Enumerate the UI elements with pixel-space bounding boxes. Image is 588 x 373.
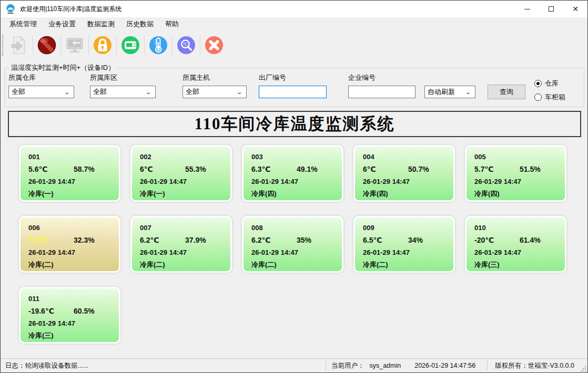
app-logo-icon — [5, 4, 16, 14]
device-card[interactable]: 011 -19.6℃ 60.5% 26-01-29 14:47 冷库(三) — [19, 287, 120, 344]
menu-help[interactable]: 帮助 — [159, 17, 185, 31]
device-card[interactable]: 002 6℃ 55.3% 26-01-29 14:47 冷库(一) — [130, 145, 232, 202]
host-select-value: 全部 — [183, 87, 238, 97]
device-card[interactable]: 008 6.2℃ 35% 26-01-29 14:47 冷库(二) — [242, 216, 343, 273]
device-card[interactable]: 005 5.7℃ 51.5% 26-01-29 14:47 冷库(四) — [465, 145, 566, 202]
device-timestamp: 26-01-29 14:47 — [363, 175, 410, 188]
device-timestamp: 26-01-29 14:47 — [474, 175, 521, 188]
factory-no-input[interactable] — [259, 86, 327, 98]
svg-text:℃: ℃ — [183, 42, 187, 47]
radio-warehouse[interactable]: 仓库 — [534, 79, 559, 88]
menu-history[interactable]: 历史数据 — [120, 17, 159, 31]
device-humidity: 51.5% — [520, 163, 541, 175]
warehouse-label: 所属仓库 — [8, 73, 36, 82]
device-timestamp: 26-01-29 14:47 — [28, 246, 75, 258]
device-id: 007 — [140, 222, 151, 234]
device-location: 冷库(四) — [474, 188, 500, 200]
warehouse-select-value: 全部 — [9, 87, 65, 97]
radio-cabinet[interactable]: 车柜箱 — [534, 92, 565, 102]
toolbar-separator — [144, 35, 145, 55]
area-select-value: 全部 — [90, 87, 147, 97]
statusbar-separator — [487, 361, 488, 370]
device-humidity: 55.3% — [185, 163, 206, 175]
toolbar-separator — [88, 35, 89, 55]
device-card[interactable]: 003 6.3℃ 49.1% 26-01-29 14:47 冷库(四) — [242, 145, 343, 202]
toolbar-separator — [33, 35, 33, 55]
document-forward-icon[interactable] — [8, 35, 29, 56]
device-id: 011 — [28, 293, 39, 305]
device-humidity: 32.3% — [74, 234, 95, 246]
device-card[interactable]: 001 5.6℃ 58.7% 26-01-29 14:47 冷库(一) — [19, 145, 120, 202]
lock-icon[interactable] — [92, 35, 113, 56]
device-temperature: 6.3℃ — [251, 163, 297, 175]
title-bar: 欢迎使用|110车间冷库|温度监测系统 ✕ — [1, 1, 587, 17]
filter-group-title: 温湿度实时监测+时间+（设备ID） — [8, 63, 117, 72]
toolbar: ℃ — [1, 32, 587, 59]
device-id: 010 — [474, 222, 486, 234]
device-location: 冷库(一) — [28, 188, 54, 200]
device-humidity: 37.9% — [185, 234, 206, 246]
device-id: 003 — [251, 151, 263, 163]
device-id: 005 — [474, 151, 486, 163]
thermometer-icon[interactable] — [148, 35, 169, 56]
device-location: 冷库(二) — [140, 258, 165, 271]
device-location: 冷库(一) — [140, 188, 165, 200]
device-timestamp: 26-01-29 14:47 — [363, 246, 410, 258]
device-card[interactable]: 006 7.1℃ 32.3% 26-01-29 14:47 冷库(二) — [19, 216, 120, 273]
device-card[interactable]: 004 6℃ 50.7% 26-01-29 14:47 冷库(四) — [353, 145, 455, 202]
device-location: 冷库(二) — [251, 258, 277, 271]
device-humidity: 61.4% — [520, 234, 541, 246]
warehouse-select[interactable]: 全部 ⌄ — [8, 86, 74, 98]
chevron-down-icon: ⌄ — [465, 89, 477, 96]
window-title: 欢迎使用|110车间冷库|温度监测系统 — [20, 5, 121, 14]
device-humidity: 34% — [408, 234, 423, 246]
minimize-button[interactable] — [515, 1, 539, 17]
device-location: 冷库(四) — [363, 188, 388, 200]
chevron-down-icon: ⌄ — [145, 89, 157, 96]
stop-icon[interactable] — [36, 35, 57, 56]
area-select[interactable]: 全部 ⌄ — [90, 86, 156, 98]
toolbar-separator — [116, 35, 117, 55]
company-no-input[interactable] — [348, 86, 415, 98]
chevron-down-icon: ⌄ — [64, 89, 76, 96]
temperature-search-icon[interactable]: ℃ — [176, 35, 197, 56]
device-humidity: 50.7% — [408, 163, 429, 175]
current-user-label: 当前用户： — [331, 361, 364, 370]
device-temperature: -19.6℃ — [28, 305, 74, 317]
device-humidity: 49.1% — [297, 163, 318, 175]
resize-grip-icon[interactable] — [579, 364, 586, 371]
device-id: 006 — [28, 222, 40, 234]
device-temperature: 5.6℃ — [28, 163, 74, 175]
toolbar-grip[interactable] — [2, 35, 5, 56]
device-temperature: 6.2℃ — [251, 234, 297, 246]
current-user-value: sys_admin — [369, 362, 401, 369]
close-icon: ✕ — [572, 5, 579, 13]
refresh-mode-select[interactable]: 自动刷新 ⌄ — [424, 86, 475, 98]
radio-unselected-icon — [534, 94, 542, 101]
monitor-import-icon[interactable] — [64, 35, 85, 56]
device-timestamp: 26-01-29 14:47 — [251, 175, 298, 188]
banner: 110车间冷库温度监测系统 — [8, 111, 581, 137]
device-id: 001 — [28, 151, 40, 163]
close-button[interactable]: ✕ — [563, 1, 587, 17]
company-no-label: 企业编号 — [348, 73, 376, 82]
device-card[interactable]: 010 -20℃ 61.4% 26-01-29 14:47 冷库(三) — [465, 216, 566, 273]
query-button[interactable]: 查询 — [488, 85, 525, 99]
exit-icon[interactable] — [204, 35, 225, 56]
device-card[interactable]: 007 6.2℃ 37.9% 26-01-29 14:47 冷库(二) — [130, 216, 232, 273]
toolbar-separator — [172, 35, 173, 55]
device-temperature: 6.2℃ — [140, 234, 185, 246]
device-location: 冷库(三) — [474, 258, 500, 271]
menu-business[interactable]: 业务设置 — [43, 17, 82, 31]
device-grid: 001 5.6℃ 58.7% 26-01-29 14:47 冷库(一) 002 … — [19, 145, 569, 344]
host-select[interactable]: 全部 ⌄ — [183, 86, 247, 98]
device-card[interactable]: 009 6.5℃ 34% 26-01-29 14:47 冷库(二) — [353, 216, 455, 273]
device-timestamp: 26-01-29 14:47 — [251, 246, 298, 258]
factory-no-label: 出厂编号 — [259, 73, 286, 82]
menu-monitor[interactable]: 数据监测 — [82, 17, 120, 31]
maximize-button[interactable] — [539, 1, 563, 17]
radio-selected-icon — [534, 80, 542, 87]
device-humidity: 58.7% — [74, 163, 95, 175]
menu-system[interactable]: 系统管理 — [4, 17, 43, 31]
terminal-device-icon[interactable] — [120, 35, 141, 56]
